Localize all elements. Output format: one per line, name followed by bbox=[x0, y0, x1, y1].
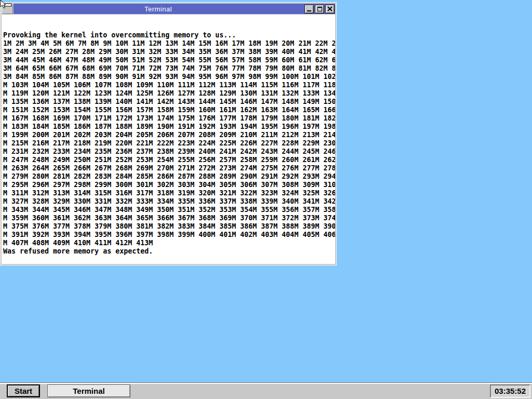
terminal-line: M 231M 232M 233M 234M 235M 236M 237M 238… bbox=[3, 148, 335, 156]
taskbar-item-terminal[interactable]: Terminal bbox=[47, 384, 130, 397]
start-button[interactable]: Start bbox=[7, 384, 40, 397]
terminal-line: M 295M 296M 297M 298M 299M 300M 301M 302… bbox=[3, 181, 335, 189]
titlebar[interactable]: Terminal bbox=[2, 4, 335, 14]
terminal-line: M 311M 312M 313M 314M 315M 316M 317M 318… bbox=[3, 189, 335, 197]
desktop: { "colors": { "desktop": "#85c9fc", "tit… bbox=[0, 0, 532, 399]
terminal-line: M 119M 120M 121M 122M 123M 124M 125M 126… bbox=[3, 89, 335, 98]
terminal-line: 3M 64M 65M 66M 67M 68M 69M 70M 71M 72M 7… bbox=[3, 64, 335, 73]
terminal-lines: Provoking the kernel into overcommitting… bbox=[3, 31, 335, 264]
terminal-line: M 391M 392M 393M 394M 395M 396M 397M 398… bbox=[3, 231, 335, 239]
titlebar-buttons bbox=[303, 4, 335, 14]
terminal-line: M 407M 408M 409M 410M 411M 412M 413M bbox=[3, 239, 335, 247]
terminal-line: M 327M 328M 329M 330M 331M 332M 333M 334… bbox=[3, 197, 335, 206]
titlebar-drag-area[interactable]: Terminal bbox=[14, 4, 303, 14]
terminal-line: M 199M 200M 201M 202M 203M 204M 205M 206… bbox=[3, 131, 335, 139]
window-title: Terminal bbox=[144, 5, 172, 13]
terminal-line: M 279M 280M 281M 282M 283M 284M 285M 286… bbox=[3, 172, 335, 181]
terminal-line: M 151M 152M 153M 154M 155M 156M 157M 158… bbox=[3, 106, 335, 114]
terminal-line: M 375M 376M 377M 378M 379M 380M 381M 382… bbox=[3, 222, 335, 231]
terminal-line: Was refused more memory as expected. bbox=[3, 247, 335, 256]
terminal-line: 3M 44M 45M 46M 47M 48M 49M 50M 51M 52M 5… bbox=[3, 56, 335, 64]
maximize-icon bbox=[317, 7, 322, 11]
terminal-line: 3M 84M 85M 86M 87M 88M 89M 90M 91M 92M 9… bbox=[3, 73, 335, 81]
close-icon bbox=[327, 6, 332, 11]
terminal-output[interactable]: Provoking the kernel into overcommitting… bbox=[2, 15, 335, 264]
terminal-line: M 247M 248M 249M 250M 251M 252M 253M 254… bbox=[3, 156, 335, 164]
taskbar-clock: 03:35:52 bbox=[490, 384, 530, 398]
minimize-icon bbox=[307, 10, 311, 11]
minimize-button[interactable] bbox=[304, 5, 314, 14]
terminal-line bbox=[3, 256, 335, 264]
terminal-line: M 359M 360M 361M 362M 363M 364M 365M 366… bbox=[3, 214, 335, 222]
terminal-line: 1M 2M 3M 4M 5M 6M 7M 8M 9M 10M 11M 12M 1… bbox=[3, 39, 335, 48]
terminal-line: M 263M 264M 265M 266M 267M 268M 269M 270… bbox=[3, 164, 335, 172]
terminal-line: 3M 24M 25M 26M 27M 28M 29M 30M 31M 32M 3… bbox=[3, 48, 335, 56]
maximize-button[interactable] bbox=[315, 5, 324, 14]
terminal-window: Terminal Provoking the kernel into overc… bbox=[0, 2, 337, 265]
terminal-line: M 215M 216M 217M 218M 219M 220M 221M 222… bbox=[3, 139, 335, 148]
close-button[interactable] bbox=[325, 5, 335, 14]
terminal-line: M 343M 344M 345M 346M 347M 348M 349M 350… bbox=[3, 206, 335, 214]
mouse-cursor bbox=[0, 0, 14, 10]
terminal-line: M 167M 168M 169M 170M 171M 172M 173M 174… bbox=[3, 114, 335, 123]
terminal-line: M 183M 184M 185M 186M 187M 188M 189M 190… bbox=[3, 123, 335, 131]
terminal-line: Provoking the kernel into overcommitting… bbox=[3, 31, 335, 39]
taskbar: Start Terminal 03:35:52 bbox=[0, 382, 532, 399]
terminal-line: M 135M 136M 137M 138M 139M 140M 141M 142… bbox=[3, 98, 335, 106]
terminal-line: M 103M 104M 105M 106M 107M 108M 109M 110… bbox=[3, 81, 335, 89]
